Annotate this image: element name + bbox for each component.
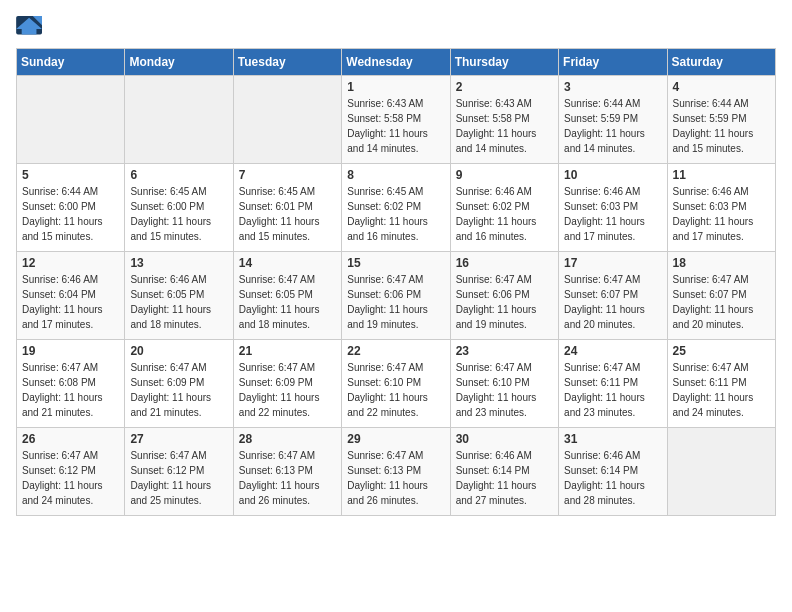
day-info: Sunrise: 6:46 AMSunset: 6:03 PMDaylight:…: [564, 184, 661, 244]
calendar-cell: 14 Sunrise: 6:47 AMSunset: 6:05 PMDaylig…: [233, 252, 341, 340]
day-number: 9: [456, 168, 553, 182]
calendar-cell: 22 Sunrise: 6:47 AMSunset: 6:10 PMDaylig…: [342, 340, 450, 428]
day-info: Sunrise: 6:47 AMSunset: 6:05 PMDaylight:…: [239, 272, 336, 332]
calendar-cell: [125, 76, 233, 164]
day-info: Sunrise: 6:47 AMSunset: 6:06 PMDaylight:…: [347, 272, 444, 332]
calendar-cell: 2 Sunrise: 6:43 AMSunset: 5:58 PMDayligh…: [450, 76, 558, 164]
logo: [16, 16, 46, 40]
day-info: Sunrise: 6:45 AMSunset: 6:02 PMDaylight:…: [347, 184, 444, 244]
day-info: Sunrise: 6:47 AMSunset: 6:07 PMDaylight:…: [564, 272, 661, 332]
day-info: Sunrise: 6:43 AMSunset: 5:58 PMDaylight:…: [456, 96, 553, 156]
day-info: Sunrise: 6:46 AMSunset: 6:03 PMDaylight:…: [673, 184, 770, 244]
calendar-cell: [233, 76, 341, 164]
calendar-cell: 10 Sunrise: 6:46 AMSunset: 6:03 PMDaylig…: [559, 164, 667, 252]
calendar-cell: 4 Sunrise: 6:44 AMSunset: 5:59 PMDayligh…: [667, 76, 775, 164]
day-number: 4: [673, 80, 770, 94]
calendar-cell: 12 Sunrise: 6:46 AMSunset: 6:04 PMDaylig…: [17, 252, 125, 340]
column-header-saturday: Saturday: [667, 49, 775, 76]
column-header-wednesday: Wednesday: [342, 49, 450, 76]
day-number: 26: [22, 432, 119, 446]
day-number: 30: [456, 432, 553, 446]
day-number: 31: [564, 432, 661, 446]
day-number: 20: [130, 344, 227, 358]
week-row-5: 26 Sunrise: 6:47 AMSunset: 6:12 PMDaylig…: [17, 428, 776, 516]
week-row-1: 1 Sunrise: 6:43 AMSunset: 5:58 PMDayligh…: [17, 76, 776, 164]
day-info: Sunrise: 6:46 AMSunset: 6:14 PMDaylight:…: [564, 448, 661, 508]
day-number: 2: [456, 80, 553, 94]
day-number: 29: [347, 432, 444, 446]
day-number: 11: [673, 168, 770, 182]
day-number: 19: [22, 344, 119, 358]
day-number: 13: [130, 256, 227, 270]
calendar-cell: 17 Sunrise: 6:47 AMSunset: 6:07 PMDaylig…: [559, 252, 667, 340]
calendar-cell: 13 Sunrise: 6:46 AMSunset: 6:05 PMDaylig…: [125, 252, 233, 340]
day-info: Sunrise: 6:47 AMSunset: 6:10 PMDaylight:…: [347, 360, 444, 420]
day-info: Sunrise: 6:47 AMSunset: 6:13 PMDaylight:…: [239, 448, 336, 508]
column-header-sunday: Sunday: [17, 49, 125, 76]
day-info: Sunrise: 6:47 AMSunset: 6:12 PMDaylight:…: [22, 448, 119, 508]
day-number: 10: [564, 168, 661, 182]
column-header-friday: Friday: [559, 49, 667, 76]
column-header-thursday: Thursday: [450, 49, 558, 76]
day-number: 24: [564, 344, 661, 358]
day-info: Sunrise: 6:43 AMSunset: 5:58 PMDaylight:…: [347, 96, 444, 156]
calendar-cell: 26 Sunrise: 6:47 AMSunset: 6:12 PMDaylig…: [17, 428, 125, 516]
week-row-2: 5 Sunrise: 6:44 AMSunset: 6:00 PMDayligh…: [17, 164, 776, 252]
day-number: 15: [347, 256, 444, 270]
day-number: 25: [673, 344, 770, 358]
page-header: [16, 16, 776, 40]
calendar-cell: 3 Sunrise: 6:44 AMSunset: 5:59 PMDayligh…: [559, 76, 667, 164]
day-info: Sunrise: 6:47 AMSunset: 6:06 PMDaylight:…: [456, 272, 553, 332]
calendar-cell: 6 Sunrise: 6:45 AMSunset: 6:00 PMDayligh…: [125, 164, 233, 252]
day-info: Sunrise: 6:46 AMSunset: 6:02 PMDaylight:…: [456, 184, 553, 244]
calendar-cell: 24 Sunrise: 6:47 AMSunset: 6:11 PMDaylig…: [559, 340, 667, 428]
calendar-cell: 5 Sunrise: 6:44 AMSunset: 6:00 PMDayligh…: [17, 164, 125, 252]
day-number: 1: [347, 80, 444, 94]
calendar-cell: 30 Sunrise: 6:46 AMSunset: 6:14 PMDaylig…: [450, 428, 558, 516]
day-info: Sunrise: 6:44 AMSunset: 5:59 PMDaylight:…: [673, 96, 770, 156]
day-info: Sunrise: 6:44 AMSunset: 5:59 PMDaylight:…: [564, 96, 661, 156]
calendar-cell: 11 Sunrise: 6:46 AMSunset: 6:03 PMDaylig…: [667, 164, 775, 252]
day-info: Sunrise: 6:47 AMSunset: 6:09 PMDaylight:…: [130, 360, 227, 420]
day-info: Sunrise: 6:47 AMSunset: 6:07 PMDaylight:…: [673, 272, 770, 332]
day-number: 27: [130, 432, 227, 446]
day-info: Sunrise: 6:46 AMSunset: 6:04 PMDaylight:…: [22, 272, 119, 332]
calendar-cell: 27 Sunrise: 6:47 AMSunset: 6:12 PMDaylig…: [125, 428, 233, 516]
calendar-cell: 28 Sunrise: 6:47 AMSunset: 6:13 PMDaylig…: [233, 428, 341, 516]
day-number: 28: [239, 432, 336, 446]
day-info: Sunrise: 6:44 AMSunset: 6:00 PMDaylight:…: [22, 184, 119, 244]
day-info: Sunrise: 6:47 AMSunset: 6:09 PMDaylight:…: [239, 360, 336, 420]
calendar-cell: 31 Sunrise: 6:46 AMSunset: 6:14 PMDaylig…: [559, 428, 667, 516]
day-number: 3: [564, 80, 661, 94]
calendar-cell: 29 Sunrise: 6:47 AMSunset: 6:13 PMDaylig…: [342, 428, 450, 516]
calendar-cell: 20 Sunrise: 6:47 AMSunset: 6:09 PMDaylig…: [125, 340, 233, 428]
day-number: 17: [564, 256, 661, 270]
week-row-4: 19 Sunrise: 6:47 AMSunset: 6:08 PMDaylig…: [17, 340, 776, 428]
day-info: Sunrise: 6:46 AMSunset: 6:05 PMDaylight:…: [130, 272, 227, 332]
day-info: Sunrise: 6:47 AMSunset: 6:13 PMDaylight:…: [347, 448, 444, 508]
calendar-cell: 9 Sunrise: 6:46 AMSunset: 6:02 PMDayligh…: [450, 164, 558, 252]
day-number: 16: [456, 256, 553, 270]
day-number: 6: [130, 168, 227, 182]
day-number: 21: [239, 344, 336, 358]
calendar-cell: [667, 428, 775, 516]
day-number: 18: [673, 256, 770, 270]
calendar-cell: 7 Sunrise: 6:45 AMSunset: 6:01 PMDayligh…: [233, 164, 341, 252]
day-info: Sunrise: 6:46 AMSunset: 6:14 PMDaylight:…: [456, 448, 553, 508]
day-number: 8: [347, 168, 444, 182]
day-info: Sunrise: 6:47 AMSunset: 6:12 PMDaylight:…: [130, 448, 227, 508]
calendar-cell: 1 Sunrise: 6:43 AMSunset: 5:58 PMDayligh…: [342, 76, 450, 164]
column-header-tuesday: Tuesday: [233, 49, 341, 76]
day-number: 23: [456, 344, 553, 358]
day-number: 5: [22, 168, 119, 182]
logo-icon: [16, 16, 44, 40]
day-info: Sunrise: 6:47 AMSunset: 6:11 PMDaylight:…: [673, 360, 770, 420]
calendar-cell: [17, 76, 125, 164]
calendar-cell: 23 Sunrise: 6:47 AMSunset: 6:10 PMDaylig…: [450, 340, 558, 428]
day-number: 22: [347, 344, 444, 358]
header-row: SundayMondayTuesdayWednesdayThursdayFrid…: [17, 49, 776, 76]
day-info: Sunrise: 6:47 AMSunset: 6:11 PMDaylight:…: [564, 360, 661, 420]
calendar-cell: 19 Sunrise: 6:47 AMSunset: 6:08 PMDaylig…: [17, 340, 125, 428]
calendar-cell: 8 Sunrise: 6:45 AMSunset: 6:02 PMDayligh…: [342, 164, 450, 252]
calendar-cell: 21 Sunrise: 6:47 AMSunset: 6:09 PMDaylig…: [233, 340, 341, 428]
